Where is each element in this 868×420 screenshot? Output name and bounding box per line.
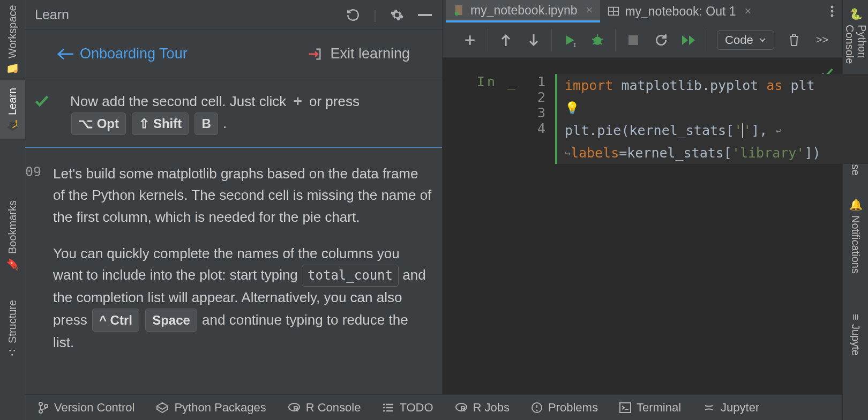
toolbar-more-icon[interactable]: >> [812, 34, 833, 46]
sidebar-label: Workspace [6, 5, 19, 58]
python-icon: 🐍 [849, 8, 862, 20]
sidebar-label: Notifications [849, 215, 862, 274]
svg-text:R: R [293, 404, 298, 413]
wrap-icon: ↩ [775, 125, 781, 136]
svg-point-26 [536, 409, 538, 411]
restart-button[interactable] [653, 32, 669, 48]
bb-label: Version Control [54, 401, 134, 415]
jupyter-icon [702, 401, 715, 414]
table-icon [608, 5, 619, 17]
line-numbers: 1 2 3 4 [528, 74, 555, 164]
r-jobs-button[interactable]: R R Jobs [455, 401, 510, 415]
refresh-icon[interactable] [346, 8, 361, 22]
tab-output[interactable]: my_notebook: Out 1 × [600, 0, 759, 22]
version-control-button[interactable]: Version Control [38, 401, 134, 415]
exit-learning-link[interactable]: Exit learning [308, 46, 410, 62]
move-down-button[interactable] [526, 32, 542, 48]
svg-point-6 [831, 6, 834, 9]
r-icon: R [288, 402, 301, 414]
warning-icon [531, 402, 543, 414]
svg-line-13 [600, 39, 602, 39]
key-ctrl: ^ Ctrl [92, 309, 139, 332]
todo-button[interactable]: TODO [382, 401, 433, 415]
sidebar-item-workspace[interactable]: 📁 Workspace [0, 0, 25, 80]
svg-line-12 [592, 39, 594, 39]
delete-cell-button[interactable] [786, 32, 802, 48]
close-icon[interactable]: × [586, 3, 593, 17]
svg-text:I: I [573, 42, 577, 47]
sidebar-item-notifications[interactable]: 🔔 Notifications [843, 188, 868, 284]
svg-point-8 [831, 14, 834, 17]
jupyter-button[interactable]: Jupyter [702, 401, 759, 415]
move-up-button[interactable] [498, 32, 514, 48]
svg-line-15 [600, 43, 602, 44]
current-step: 09 Let's build some matplotlib graphs ba… [25, 148, 442, 378]
r-console-button[interactable]: R R Console [288, 401, 361, 415]
learn-header: Learn | [25, 0, 442, 30]
svg-rect-16 [628, 35, 638, 45]
svg-point-19 [44, 404, 48, 408]
run-cell-button[interactable]: I [562, 32, 578, 48]
learn-icon: 🎓 [6, 119, 19, 132]
editor-panel: my_notebook.ipynb × my_notebook: Out 1 ×… [443, 0, 842, 394]
r-icon: R [455, 402, 468, 414]
svg-point-7 [831, 10, 834, 13]
python-packages-button[interactable]: Python Packages [156, 401, 266, 415]
left-sidebar: 📁 Workspace 🎓 Learn 🔖 Bookmarks ⛬ Struct… [0, 0, 25, 420]
bottom-toolbar: Version Control Python Packages R R Cons… [25, 394, 842, 420]
debug-cell-button[interactable] [589, 32, 605, 48]
folder-icon: 📁 [6, 63, 19, 76]
code-content[interactable]: import matplotlib.pyplot as plt 💡 plt.pi… [555, 74, 842, 164]
packages-icon [156, 402, 169, 414]
bookmark-icon: 🔖 [6, 258, 19, 271]
bb-label: Terminal [637, 401, 681, 415]
tab-notebook[interactable]: my_notebook.ipynb × [446, 0, 600, 22]
back-arrow-icon [57, 48, 73, 60]
list-icon [382, 402, 394, 413]
sidebar-item-learn[interactable]: 🎓 Learn [0, 80, 25, 139]
sidebar-item-structure[interactable]: ⛬ Structure [0, 289, 25, 370]
onboarding-tour-link[interactable]: Onboarding Tour [57, 46, 188, 62]
step-text: Now add the second cell. Just click + or… [70, 90, 360, 135]
inline-code: total_count [302, 265, 399, 287]
close-icon[interactable]: × [745, 4, 752, 18]
minimize-icon[interactable] [417, 8, 432, 22]
gear-icon[interactable] [390, 8, 405, 22]
sidebar-item-bookmarks[interactable]: 🔖 Bookmarks [0, 193, 25, 279]
plus-inline-icon: + [293, 90, 302, 112]
branch-icon [38, 401, 49, 414]
add-cell-button[interactable] [462, 32, 478, 48]
check-icon [33, 92, 50, 109]
cell-type-select[interactable]: Code [717, 31, 774, 50]
code-editor[interactable]: In _ 1 2 3 4 import matplotlib.pyplot as… [443, 58, 842, 394]
terminal-button[interactable]: Terminal [619, 401, 681, 415]
exit-link-label: Exit learning [330, 46, 410, 62]
sidebar-label: Structure [6, 300, 19, 343]
bulb-icon[interactable]: 💡 [565, 101, 579, 115]
sidebar-label: Learn [6, 87, 19, 115]
exit-icon [308, 47, 323, 62]
tabs-more-icon[interactable] [822, 0, 842, 22]
svg-rect-27 [620, 403, 631, 412]
sidebar-label: Bookmarks [6, 200, 19, 254]
learn-panel: Learn | Onboarding Tour E [25, 0, 443, 394]
structure-icon: ⛬ [6, 348, 19, 359]
key-opt: ⌥ Opt [71, 112, 126, 135]
run-all-button[interactable] [681, 32, 697, 48]
svg-point-2 [455, 12, 459, 16]
sidebar-item-jupyter[interactable]: ≡ Jupyte [843, 305, 868, 364]
chevron-down-icon [759, 38, 766, 43]
right-sidebar: 🐍 Python Console 🛢 Database 🔔 Notificati… [842, 0, 868, 420]
key-shift: ⇧ Shift [132, 112, 189, 135]
stop-button[interactable] [625, 32, 641, 48]
bb-label: Jupyter [721, 401, 759, 415]
menu-icon: ≡ [849, 314, 862, 320]
problems-button[interactable]: Problems [531, 401, 598, 415]
key-space: Space [145, 309, 197, 332]
svg-line-14 [593, 43, 595, 44]
bell-icon: 🔔 [849, 198, 862, 211]
svg-point-17 [39, 402, 42, 406]
editor-tabs: my_notebook.ipynb × my_notebook: Out 1 × [443, 0, 842, 22]
step-number: 09 [25, 163, 41, 368]
sidebar-label: Jupyte [849, 324, 862, 356]
